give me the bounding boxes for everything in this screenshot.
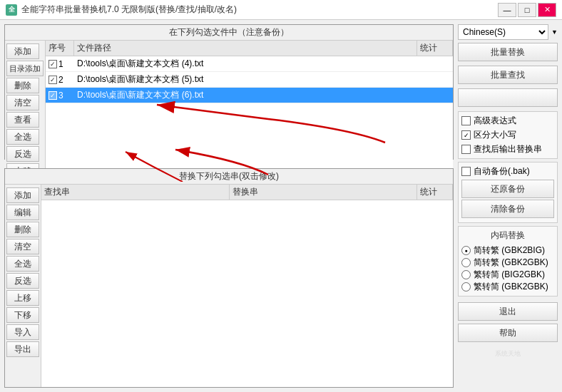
backup-group: 自动备份(.bak) 还原备份 清除备份 [458,162,558,223]
file-row-path: D:\tools\桌面\新建文本文档 (5).txt [74,72,417,87]
file-row-seq: 3 [46,89,74,102]
auto-backup-row: 自动备份(.bak) [461,165,554,177]
file-row-checkbox[interactable] [48,60,57,68]
encoding-option-1[interactable]: 简转繁 (GBK2GBK) [461,257,554,269]
help-button[interactable]: 帮助 [458,324,558,342]
app-icon: 全 [6,4,17,16]
option-output-after-search[interactable]: 查找后输出替换串 [461,143,554,155]
replace-section-body: 添加 编辑 删除 清空 全选 反选 上移 下移 导入 导出 查找串 替换串 [5,185,453,387]
file-add-button[interactable]: 添加 [6,43,39,59]
encoding-radio-2[interactable] [461,270,471,279]
restore-backup-button[interactable]: 还原备份 [461,180,554,198]
file-row-seq: 1 [46,58,74,71]
file-invert-button[interactable]: 反选 [6,146,39,162]
replace-col-replace: 替换串 [230,185,418,200]
encoding-radio-1[interactable] [461,258,471,267]
close-button[interactable]: ✕ [538,3,556,17]
batch-rename-button[interactable] [458,88,558,107]
red-arrow-svg [111,125,325,182]
option-case-sensitive[interactable]: 区分大小写 [461,129,554,141]
batch-replace-button[interactable]: 批量替换 [458,43,558,61]
options-group: 高级表达式 区分大小写 查找后输出替换串 [458,111,558,159]
file-row-path: D:\tools\桌面\新建文本文档 (4).txt [74,56,417,71]
exit-button[interactable]: 退出 [458,302,558,321]
option-auto-backup[interactable]: 自动备份(.bak) [461,165,530,177]
replace-col-stat: 统计 [417,185,453,200]
replace-add-button[interactable]: 添加 [6,187,39,203]
file-table-header: 序号 文件路径 统计 [46,41,453,56]
title-bar: 全 全能字符串批量替换机7.0 无限制版(替换/查找/抽取/改名) — □ ✕ [0,0,562,20]
replace-delete-button[interactable]: 删除 [6,222,39,237]
replace-import-button[interactable]: 导入 [6,324,39,340]
replace-col-search: 查找串 [41,185,230,200]
main-content: 在下列勾选文件中（注意备份） 添加 目录添加 删除 清空 查看 全选 反选 上移… [0,20,562,392]
advanced-regex-checkbox[interactable] [461,116,471,125]
right-panel: Chinese(S) Chinese(T) English Japanese ▼… [458,24,558,388]
file-section-title: 在下列勾选文件中（注意备份） [5,25,453,41]
file-select-all-button[interactable]: 全选 [6,129,39,145]
encoding-option-2[interactable]: 繁转简 (BIG2GBK) [461,269,554,281]
option-advanced-regex[interactable]: 高级表达式 [461,115,554,127]
auto-backup-checkbox[interactable] [461,167,471,176]
replace-export-button[interactable]: 导出 [6,341,39,357]
replace-table-body [41,200,453,387]
batch-search-button[interactable]: 批量查找 [458,66,558,84]
language-select[interactable]: Chinese(S) Chinese(T) English Japanese [458,24,548,40]
encoding-option-0[interactable]: 简转繁 (GBK2BIG) [461,244,554,257]
file-row-stat [417,94,453,97]
minimize-button[interactable]: — [498,3,516,17]
replace-edit-button[interactable]: 编辑 [6,205,39,220]
table-row[interactable]: 3 D:\tools\桌面\新建文本文档 (6).txt [46,88,453,103]
encoding-radio-3[interactable] [461,282,471,292]
file-dir-add-button[interactable]: 目录添加 [6,61,44,76]
case-sensitive-checkbox[interactable] [461,130,471,140]
bottom-buttons: 退出 帮助 [458,302,558,344]
replace-clear-button[interactable]: 清空 [6,239,39,254]
lang-dropdown-icon: ▼ [551,29,558,36]
encoding-group: 内码替换 简转繁 (GBK2BIG) 简转繁 (GBK2GBK) 繁转简 (BI… [458,226,558,296]
output-after-search-checkbox[interactable] [461,145,471,154]
table-row[interactable]: 1 D:\tools\桌面\新建文本文档 (4).txt [46,56,453,72]
replace-sidebar-buttons: 添加 编辑 删除 清空 全选 反选 上移 下移 导入 导出 [5,185,41,387]
replace-select-all-button[interactable]: 全选 [6,256,39,272]
maximize-button[interactable]: □ [518,3,536,17]
file-delete-button[interactable]: 删除 [6,78,39,93]
file-row-stat [417,78,453,81]
file-clear-button[interactable]: 清空 [6,95,39,110]
encoding-option-3[interactable]: 繁转简 (GBK2GBK) [461,281,554,293]
app-title: 全能字符串批量替换机7.0 无限制版(替换/查找/抽取/改名) [21,4,237,16]
file-view-button[interactable]: 查看 [6,112,39,128]
clear-backup-button[interactable]: 清除备份 [461,200,554,218]
replace-table-header: 查找串 替换串 统计 [41,185,453,200]
file-row-checkbox[interactable] [48,91,57,100]
replace-move-up-button[interactable]: 上移 [6,290,39,306]
title-bar-left: 全 全能字符串批量替换机7.0 无限制版(替换/查找/抽取/改名) [6,4,237,16]
replace-section: 替换下列勾选串(双击修改) 添加 编辑 删除 清空 全选 反选 上移 下移 导入… [4,168,454,388]
file-row-seq: 2 [46,73,74,86]
left-panel: 在下列勾选文件中（注意备份） 添加 目录添加 删除 清空 查看 全选 反选 上移… [4,24,454,388]
file-row-path: D:\tools\桌面\新建文本文档 (6).txt [74,88,417,103]
table-row[interactable]: 2 D:\tools\桌面\新建文本文档 (5).txt [46,72,453,88]
title-controls: — □ ✕ [498,3,556,17]
file-row-stat [417,63,453,66]
language-row: Chinese(S) Chinese(T) English Japanese ▼ [458,24,558,40]
replace-invert-button[interactable]: 反选 [6,273,39,289]
replace-table: 查找串 替换串 统计 [41,185,453,387]
watermark: 系统天地 [458,349,558,359]
file-col-path: 文件路径 [74,41,417,56]
encoding-radio-0[interactable] [461,246,471,255]
file-col-seq: 序号 [46,41,74,56]
replace-move-down-button[interactable]: 下移 [6,307,39,323]
file-row-checkbox[interactable] [48,76,57,84]
file-col-stat: 统计 [417,41,453,56]
encoding-title: 内码替换 [461,229,554,242]
